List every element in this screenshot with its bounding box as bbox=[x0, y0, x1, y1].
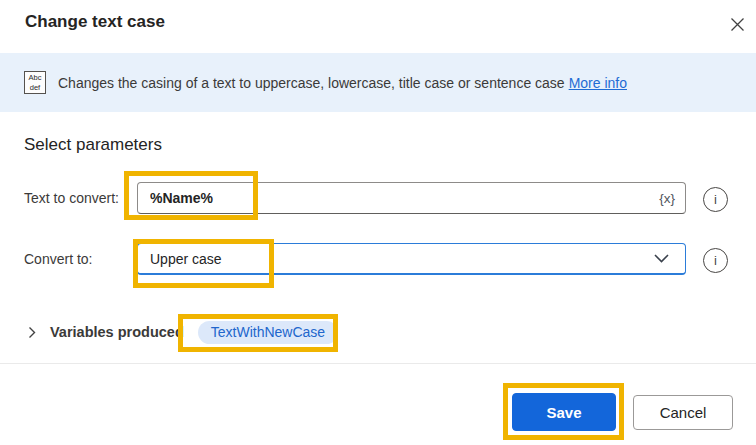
convert-to-dropdown[interactable]: Upper case bbox=[137, 243, 686, 275]
produced-variable-pill[interactable]: TextWithNewCase bbox=[198, 321, 338, 344]
more-info-link[interactable]: More info bbox=[569, 75, 627, 91]
select-parameters-heading: Select parameters bbox=[24, 135, 162, 155]
text-to-convert-input[interactable] bbox=[150, 190, 657, 206]
close-icon bbox=[730, 17, 745, 32]
save-button[interactable]: Save bbox=[512, 393, 616, 431]
variable-picker-button[interactable]: {x} bbox=[657, 191, 677, 206]
action-description-banner: Abc def Changes the casing of a text to … bbox=[0, 53, 756, 112]
text-to-convert-field: {x} bbox=[137, 182, 686, 214]
info-icon: i bbox=[714, 253, 717, 268]
chevron-right-icon bbox=[28, 326, 36, 339]
change-text-case-dialog: Change text case Abc def Changes the cas… bbox=[0, 0, 756, 445]
variables-produced-label: Variables produced bbox=[50, 324, 184, 340]
convert-to-info-button[interactable]: i bbox=[703, 248, 728, 273]
chevron-down-icon bbox=[654, 254, 669, 263]
footer-divider bbox=[0, 363, 756, 364]
convert-to-label: Convert to: bbox=[24, 251, 92, 267]
change-text-case-icon: Abc def bbox=[24, 71, 46, 94]
text-to-convert-label: Text to convert: bbox=[24, 190, 119, 206]
variable-picker-icon: {x} bbox=[659, 191, 675, 206]
dialog-title: Change text case bbox=[25, 12, 165, 32]
cancel-button[interactable]: Cancel bbox=[633, 395, 733, 430]
close-button[interactable] bbox=[724, 11, 750, 37]
info-icon: i bbox=[714, 192, 717, 207]
action-description: Changes the casing of a text to uppercas… bbox=[58, 75, 627, 91]
text-to-convert-info-button[interactable]: i bbox=[703, 187, 728, 212]
convert-to-selected-value: Upper case bbox=[150, 251, 654, 267]
variables-produced-expander[interactable]: Variables produced TextWithNewCase bbox=[28, 318, 338, 346]
